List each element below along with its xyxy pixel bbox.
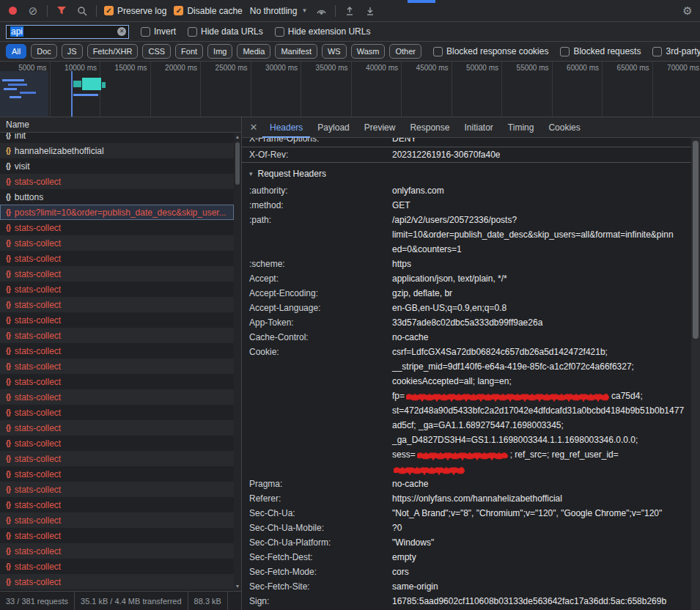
filter-pill-media[interactable]: Media xyxy=(237,44,270,59)
search-icon[interactable] xyxy=(75,4,89,18)
scrollbar-thumb[interactable] xyxy=(235,142,240,185)
import-har-icon[interactable] xyxy=(343,4,356,18)
requests-scrollbar[interactable]: ▲ ▼ xyxy=(234,133,241,591)
tab-preview[interactable]: Preview xyxy=(357,117,403,138)
request-row[interactable]: {}stats-collect xyxy=(0,528,234,543)
request-row[interactable]: {}stats-collect xyxy=(0,405,234,420)
request-row[interactable]: {}stats-collect xyxy=(0,389,234,405)
request-row[interactable]: {}stats-collect xyxy=(0,543,234,559)
request-row[interactable]: {}stats-collect xyxy=(0,174,234,189)
filter-pill-js[interactable]: JS xyxy=(62,44,83,59)
header-value: no-cache xyxy=(392,330,691,345)
close-details-icon[interactable]: ✕ xyxy=(245,122,262,133)
preserve-log-checkbox[interactable]: ✓ Preserve log xyxy=(104,6,166,16)
settings-gear-icon[interactable]: ⚙ xyxy=(681,4,694,18)
request-row[interactable]: {}stats-collect xyxy=(0,574,234,589)
request-row[interactable]: {}stats-collect xyxy=(0,374,234,389)
tab-cookies[interactable]: Cookies xyxy=(541,117,587,138)
clear-network-log-button[interactable]: ⊘ xyxy=(26,4,40,18)
filter-pill-wasm[interactable]: Wasm xyxy=(351,44,386,59)
request-row[interactable]: {}stats-collect xyxy=(0,451,234,466)
column-header-name[interactable]: Name xyxy=(0,117,241,133)
disable-cache-label: Disable cache xyxy=(187,6,242,16)
tab-response[interactable]: Response xyxy=(402,117,457,138)
request-name: stats-collect xyxy=(15,438,61,449)
request-row[interactable]: {}stats-collect xyxy=(0,328,234,343)
filter-pill-img[interactable]: Img xyxy=(207,44,232,59)
throttling-dropdown[interactable]: No throttling ▼ xyxy=(250,6,308,16)
filter-checkbox-blocked-requests[interactable]: Blocked requests xyxy=(560,46,641,56)
filter-checkbox-3rd-party-requests[interactable]: 3rd-party requests xyxy=(652,46,700,56)
header-name: :method: xyxy=(249,198,392,213)
request-row[interactable]: {}stats-collect xyxy=(0,512,234,528)
header-value: https://onlyfans.com/hannahelizabethoffi… xyxy=(392,491,691,506)
header-row: Sec-Ch-Ua:"Not_A Brand";v="8", "Chromium… xyxy=(249,506,691,521)
network-activity-bar xyxy=(20,92,36,94)
request-headers-section-header[interactable]: ▾ Request Headers xyxy=(249,164,691,183)
header-name: Sec-Fetch-Dest: xyxy=(249,550,392,565)
request-row[interactable]: {}stats-collect xyxy=(0,220,234,235)
scroll-up-icon[interactable]: ▲ xyxy=(234,133,241,141)
filter-pill-css[interactable]: CSS xyxy=(142,44,171,59)
timeline-tick-label: 20000 ms xyxy=(151,62,202,117)
timeline-tick-label: 35000 ms xyxy=(301,62,352,117)
request-row[interactable]: {}stats-collect xyxy=(0,482,234,497)
filter-pill-all[interactable]: All xyxy=(6,44,26,59)
checkbox-checked-icon: ✓ xyxy=(174,6,183,15)
request-row[interactable]: {}stats-collect xyxy=(0,297,234,312)
request-row[interactable]: {}stats-collect xyxy=(0,559,234,574)
scrollbar-thumb[interactable] xyxy=(693,141,699,339)
filter-pill-ws[interactable]: WS xyxy=(322,44,347,59)
timeline-tick-label: 40000 ms xyxy=(352,62,402,117)
hide-data-urls-checkbox[interactable]: Hide data URLs xyxy=(188,26,263,37)
request-row-selected[interactable]: {}posts?limit=10&order=publish_date_desc… xyxy=(0,205,234,220)
scroll-down-icon[interactable]: ▼ xyxy=(234,583,241,590)
invert-checkbox[interactable]: Invert xyxy=(141,26,176,37)
tab-timing[interactable]: Timing xyxy=(501,117,542,138)
request-row[interactable]: {}init xyxy=(0,133,234,143)
record-button[interactable] xyxy=(6,4,19,18)
disable-cache-checkbox[interactable]: ✓ Disable cache xyxy=(174,6,242,16)
request-row[interactable]: {}stats-collect xyxy=(0,312,234,328)
checkbox-label: 3rd-party requests xyxy=(666,46,700,56)
request-row[interactable]: {}stats-collect xyxy=(0,420,234,436)
hide-extension-urls-checkbox[interactable]: Hide extension URLs xyxy=(275,26,371,37)
request-row[interactable]: {}stats-collect xyxy=(0,497,234,512)
tab-payload[interactable]: Payload xyxy=(310,117,356,138)
request-row[interactable]: {}stats-collect xyxy=(0,466,234,482)
request-row[interactable]: {}stats-collect xyxy=(0,282,234,297)
request-row[interactable]: {}buttons xyxy=(0,189,234,205)
header-name: :path: xyxy=(249,213,392,257)
request-name: stats-collect xyxy=(15,531,61,541)
tab-headers[interactable]: Headers xyxy=(262,117,310,138)
header-row: Sec-Fetch-Dest:empty xyxy=(249,550,691,565)
request-row[interactable]: {}stats-collect xyxy=(0,343,234,359)
filter-pill-fetch-xhr[interactable]: Fetch/XHR xyxy=(87,44,139,59)
request-row[interactable]: {}stats-collect xyxy=(0,359,234,374)
request-row[interactable]: {}hannahelizabethofficial xyxy=(0,143,234,158)
request-row[interactable]: {}stats-collect xyxy=(0,266,234,282)
clear-filter-icon[interactable]: ✕ xyxy=(117,27,126,36)
filter-pill-doc[interactable]: Doc xyxy=(31,44,57,59)
request-row[interactable]: {}stats-collect xyxy=(0,436,234,451)
resource-type-icon: {} xyxy=(6,347,10,355)
filter-pill-manifest[interactable]: Manifest xyxy=(275,44,317,59)
header-row: :path:/api2/v2/users/20572336/posts? lim… xyxy=(249,213,691,257)
tab-initiator[interactable]: Initiator xyxy=(457,117,500,138)
filter-input[interactable]: api ✕ xyxy=(6,25,129,39)
details-scrollbar[interactable] xyxy=(691,138,700,610)
filter-checkbox-blocked-response-cookies[interactable]: Blocked response cookies xyxy=(433,46,548,56)
filter-funnel-icon[interactable] xyxy=(55,4,68,18)
request-row[interactable]: {}visit xyxy=(0,158,234,174)
header-value: https xyxy=(392,257,691,271)
header-row: Sec-Fetch-Mode:cors xyxy=(249,565,691,579)
filter-pill-font[interactable]: Font xyxy=(175,44,203,59)
export-har-icon[interactable] xyxy=(364,4,377,18)
network-conditions-icon[interactable] xyxy=(314,4,328,18)
filter-pill-other[interactable]: Other xyxy=(389,44,421,59)
timeline-overview[interactable]: 5000 ms10000 ms15000 ms20000 ms25000 ms3… xyxy=(0,62,700,117)
header-row: Referer:https://onlyfans.com/hannaheliza… xyxy=(249,491,691,506)
request-name: init xyxy=(15,133,26,141)
request-row[interactable]: {}stats-collect xyxy=(0,251,234,266)
request-row[interactable]: {}stats-collect xyxy=(0,235,234,251)
